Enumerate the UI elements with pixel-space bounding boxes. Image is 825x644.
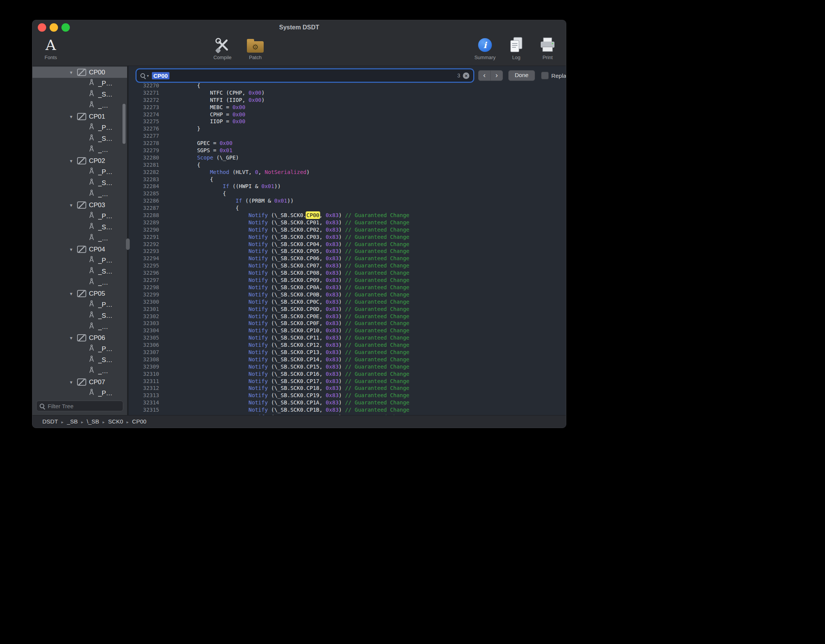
find-query-text[interactable]: CP00 — [152, 72, 169, 79]
tree-item-CP05[interactable]: ▼CP05 — [32, 288, 127, 299]
app-window: System DSDT A Fonts Compile — [32, 20, 566, 428]
breadcrumb-item[interactable]: SCK0 — [108, 418, 123, 425]
tree-child-item[interactable]: _… — [32, 100, 127, 111]
search-match-highlight: CP00 — [306, 212, 319, 218]
traffic-lights — [38, 23, 70, 32]
method-compass-icon — [88, 389, 95, 398]
tree-item-CP06[interactable]: ▼CP06 — [32, 332, 127, 343]
code-editor[interactable]: 32270 {32271 NTFC (CPHP, 0x00)32272 NTFI… — [129, 82, 566, 415]
device-icon — [77, 113, 86, 120]
breadcrumb-item[interactable]: _SB — [67, 418, 77, 425]
search-menu-chevron-icon[interactable]: ▾ — [147, 74, 149, 78]
tree-child-item[interactable]: _S… — [32, 89, 127, 100]
find-search-field[interactable]: ▾ CP00 3 × — [137, 70, 473, 81]
line-number: 32281 — [133, 161, 159, 169]
breadcrumb-item[interactable]: CP00 — [132, 418, 147, 425]
tree-child-item[interactable]: _P… — [32, 166, 127, 177]
clear-search-button[interactable]: × — [463, 72, 469, 79]
disclosure-triangle-icon[interactable]: ▼ — [69, 380, 74, 385]
code-line: 32311 Notify (\_SB.SCK0.CP17, 0x83) // G… — [133, 378, 566, 385]
sidebar: ▼CP00_P…_S…_…▼CP01_P…_S…_…▼CP02_P…_S…_…▼… — [32, 66, 127, 415]
disclosure-triangle-icon[interactable]: ▼ — [69, 291, 74, 296]
tree-child-item[interactable]: _S… — [32, 266, 127, 277]
summary-button[interactable]: i Summary — [472, 36, 498, 60]
minimize-window-button[interactable] — [50, 23, 58, 32]
next-match-button[interactable]: › — [490, 70, 503, 81]
tree-child-item[interactable]: _P… — [32, 343, 127, 354]
tree-child-item[interactable]: _… — [32, 144, 127, 155]
tree-child-item[interactable]: _S… — [32, 222, 127, 233]
tree-item-CP02[interactable]: ▼CP02 — [32, 155, 127, 166]
replace-checkbox[interactable] — [541, 72, 549, 79]
line-number: 32283 — [133, 176, 159, 183]
fonts-button[interactable]: A Fonts — [38, 36, 64, 60]
method-compass-icon — [88, 79, 95, 88]
log-button[interactable]: Log — [503, 36, 529, 60]
tree-child-item[interactable]: _… — [32, 188, 127, 200]
patch-button[interactable]: ⚙ Patch — [242, 36, 268, 60]
tree-child-item[interactable]: _P… — [32, 299, 127, 310]
line-number: 32284 — [133, 183, 159, 190]
disclosure-triangle-icon[interactable]: ▼ — [69, 114, 74, 119]
disclosure-triangle-icon[interactable]: ▼ — [69, 159, 74, 163]
tree-item-label: CP03 — [89, 201, 105, 209]
split-handle[interactable] — [126, 238, 130, 250]
tree-item-label: _S… — [98, 91, 113, 98]
tree-child-item[interactable]: _… — [32, 233, 127, 244]
tree-item-CP03[interactable]: ▼CP03 — [32, 200, 127, 211]
tree-child-item[interactable]: _… — [32, 277, 127, 288]
tree-item-CP07[interactable]: ▼CP07 — [32, 377, 127, 388]
disclosure-triangle-icon[interactable]: ▼ — [69, 203, 74, 208]
tree-child-item[interactable]: _P… — [32, 255, 127, 266]
breadcrumb-separator-icon: ▸ — [103, 420, 105, 424]
tree-item-CP01[interactable]: ▼CP01 — [32, 111, 127, 122]
tree-item-CP00[interactable]: ▼CP00 — [32, 67, 127, 78]
code-line: 32282 Method (HLVT, 0, NotSerialized) — [133, 169, 566, 176]
tree-child-item[interactable]: _… — [32, 321, 127, 332]
breadcrumb-item[interactable]: \_SB — [87, 418, 99, 425]
tree-child-item[interactable]: _S… — [32, 310, 127, 321]
line-number: 32303 — [133, 320, 159, 327]
sidebar-scrollbar[interactable] — [122, 104, 126, 144]
line-number: 32293 — [133, 248, 159, 255]
tree-item-label: _P… — [98, 80, 113, 87]
tree-child-item[interactable]: _P… — [32, 211, 127, 222]
code-line: 32313 Notify (\_SB.SCK0.CP19, 0x83) // G… — [133, 392, 566, 399]
tree-child-item[interactable]: _P… — [32, 78, 127, 89]
tree-item-label: _S… — [98, 135, 113, 143]
line-number: 32271 — [133, 89, 159, 97]
tree-item-label: _… — [98, 190, 108, 198]
filter-tree-field[interactable] — [36, 401, 123, 411]
split-divider[interactable] — [127, 66, 129, 415]
zoom-window-button[interactable] — [61, 23, 70, 32]
tree-child-item[interactable]: _P… — [32, 122, 127, 133]
tree-child-item[interactable]: _… — [32, 365, 127, 377]
tree-child-item[interactable]: _S… — [32, 354, 127, 365]
code-line: 32303 Notify (\_SB.SCK0.CP0F, 0x83) // G… — [133, 320, 566, 327]
device-icon — [77, 157, 86, 164]
tree-item-CP04[interactable]: ▼CP04 — [32, 244, 127, 255]
tree-child-item[interactable]: _S… — [32, 133, 127, 144]
disclosure-triangle-icon[interactable]: ▼ — [69, 247, 74, 252]
summary-label: Summary — [474, 55, 496, 60]
device-icon — [77, 246, 86, 253]
print-button[interactable]: Print — [535, 36, 561, 60]
disclosure-triangle-icon[interactable]: ▼ — [69, 70, 74, 75]
tree-item-label: _… — [98, 367, 108, 375]
code-line: 32307 Notify (\_SB.SCK0.CP13, 0x83) // G… — [133, 349, 566, 356]
compile-button[interactable]: Compile — [209, 36, 235, 60]
tree-child-item[interactable]: _P… — [32, 388, 127, 398]
close-window-button[interactable] — [38, 23, 46, 32]
breadcrumb-item[interactable]: DSDT — [42, 418, 58, 425]
tree-child-item[interactable]: _S… — [32, 177, 127, 188]
code-line: 32270 { — [133, 82, 566, 89]
filter-tree-input[interactable] — [47, 402, 120, 410]
done-button[interactable]: Done — [508, 70, 535, 81]
disclosure-triangle-icon[interactable]: ▼ — [69, 336, 74, 340]
previous-match-button[interactable]: ‹ — [478, 70, 491, 81]
method-compass-icon — [88, 345, 95, 353]
line-number: 32297 — [133, 277, 159, 284]
line-number: 32315 — [133, 406, 159, 414]
method-compass-icon — [88, 356, 95, 364]
compile-label: Compile — [213, 55, 232, 60]
